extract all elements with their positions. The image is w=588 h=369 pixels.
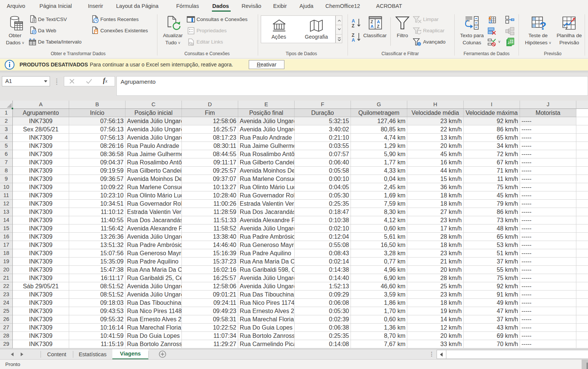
svg-text:Z: Z bbox=[377, 24, 379, 29]
svg-text:A: A bbox=[370, 24, 373, 29]
svg-text:A: A bbox=[352, 18, 355, 24]
svg-text:Z: Z bbox=[352, 33, 354, 38]
svg-text:Z: Z bbox=[352, 23, 354, 29]
svg-text:A: A bbox=[377, 20, 380, 24]
svg-text:J: J bbox=[508, 41, 509, 45]
svg-text:Z: Z bbox=[370, 20, 373, 24]
svg-text:A: A bbox=[352, 38, 355, 43]
svg-text:?: ? bbox=[540, 20, 546, 31]
